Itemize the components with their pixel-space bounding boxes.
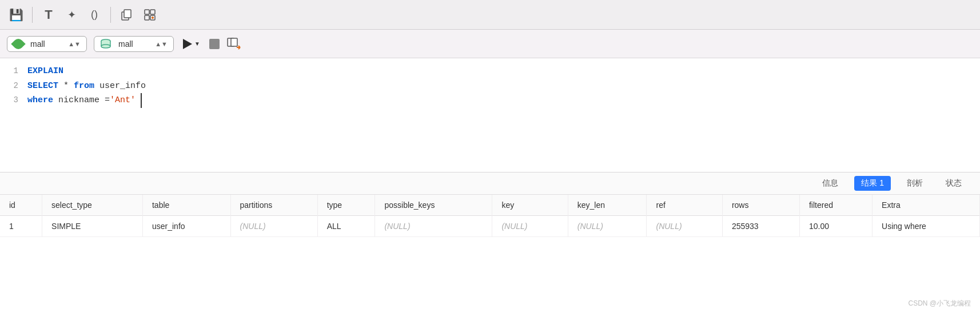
schema-icon xyxy=(11,37,25,51)
col-header-partitions: partitions xyxy=(230,195,317,216)
toolbar-divider-1 xyxy=(32,7,33,23)
keyword-from: from xyxy=(74,79,94,94)
export-button[interactable] xyxy=(226,37,242,51)
col-header-extra: Extra xyxy=(873,195,980,216)
col-header-type: type xyxy=(317,195,375,216)
code-table: user_info xyxy=(94,79,146,94)
keyword-explain: EXPLAIN xyxy=(27,64,63,79)
line-number-2: 2 xyxy=(0,79,27,93)
cell-key: (NULL) xyxy=(492,216,568,237)
string-value: 'Ant' xyxy=(110,93,136,108)
code-line-3: 3 where nickname = 'Ant' xyxy=(0,93,980,108)
col-header-key-len: key_len xyxy=(568,195,647,216)
run-button[interactable]: ▼ xyxy=(181,38,202,50)
db-selector[interactable]: mall ▲▼ xyxy=(94,36,174,52)
cell-extra: Using where xyxy=(873,216,980,237)
save-icon[interactable]: 💾 xyxy=(7,6,25,24)
db-cylinder-icon xyxy=(100,39,111,49)
schema-selector-label: mall xyxy=(27,39,65,49)
line-number-3: 3 xyxy=(0,94,27,107)
cell-key-len: (NULL) xyxy=(568,216,647,237)
col-header-ref: ref xyxy=(647,195,722,216)
copy-icon[interactable] xyxy=(118,6,136,24)
svg-rect-2 xyxy=(145,10,149,14)
cell-id: 1 xyxy=(0,216,42,237)
svg-point-10 xyxy=(101,45,110,48)
export-icon xyxy=(226,37,242,51)
grid-icon[interactable] xyxy=(141,6,159,24)
run-triangle-icon xyxy=(183,39,192,49)
col-header-key: key xyxy=(492,195,568,216)
cell-filtered: 10.00 xyxy=(799,216,872,237)
cursor xyxy=(136,93,142,108)
main-container: 💾 T ✦ () mall ▲▼ xyxy=(0,0,980,313)
code-condition: nickname = xyxy=(53,93,110,108)
watermark: CSDN @小飞龙编程 xyxy=(908,299,971,308)
svg-rect-3 xyxy=(150,10,155,14)
tab-analyze[interactable]: 剖析 xyxy=(900,176,930,191)
cell-type: ALL xyxy=(317,216,375,237)
cell-table: user_info xyxy=(142,216,230,237)
toolbar: 💾 T ✦ () xyxy=(0,0,980,30)
editor-area[interactable]: 1 EXPLAIN 2 SELECT * from user_info 3 wh… xyxy=(0,58,980,172)
code-line-2: 2 SELECT * from user_info xyxy=(0,79,980,94)
schema-selector[interactable]: mall ▲▼ xyxy=(7,36,87,52)
svg-rect-14 xyxy=(231,38,237,46)
col-header-rows: rows xyxy=(722,195,799,216)
col-header-select-type: select_type xyxy=(42,195,143,216)
results-tabs: 信息 结果 1 剖析 状态 xyxy=(0,172,980,195)
parentheses-icon[interactable]: () xyxy=(85,6,103,24)
results-table-wrapper: id select_type table partitions type pos… xyxy=(0,195,980,313)
db-bar: mall ▲▼ mall ▲▼ ▼ xyxy=(0,30,980,58)
cell-select-type: SIMPLE xyxy=(42,216,143,237)
col-header-table: table xyxy=(142,195,230,216)
run-dropdown-icon: ▼ xyxy=(194,41,200,47)
svg-rect-4 xyxy=(145,15,149,20)
tab-info[interactable]: 信息 xyxy=(815,176,845,191)
tab-status[interactable]: 状态 xyxy=(939,176,969,191)
cell-ref: (NULL) xyxy=(647,216,722,237)
svg-rect-1 xyxy=(124,10,131,18)
keyword-select: SELECT xyxy=(27,79,58,94)
results-table: id select_type table partitions type pos… xyxy=(0,195,980,237)
db-selector-arrow: ▲▼ xyxy=(155,41,168,47)
results-panel: 信息 结果 1 剖析 状态 id select_type table parti… xyxy=(0,172,980,313)
stop-button[interactable] xyxy=(209,39,220,49)
schema-selector-arrow: ▲▼ xyxy=(68,41,81,47)
table-row: 1 SIMPLE user_info (NULL) ALL (NULL) (NU… xyxy=(0,216,980,237)
table-header-row: id select_type table partitions type pos… xyxy=(0,195,980,216)
tab-result1[interactable]: 结果 1 xyxy=(854,176,891,191)
text-format-icon[interactable]: T xyxy=(39,6,58,24)
keyword-where: where xyxy=(27,93,53,108)
db-selector-label: mall xyxy=(115,39,152,49)
col-header-filtered: filtered xyxy=(799,195,872,216)
toolbar-divider-2 xyxy=(110,7,111,23)
col-header-possible-keys: possible_keys xyxy=(375,195,492,216)
col-header-id: id xyxy=(0,195,42,216)
magic-icon[interactable]: ✦ xyxy=(62,6,81,24)
code-line-1: 1 EXPLAIN xyxy=(0,64,980,79)
line-number-1: 1 xyxy=(0,65,27,78)
code-star: * xyxy=(58,79,74,94)
cell-possible-keys: (NULL) xyxy=(375,216,492,237)
cell-partitions: (NULL) xyxy=(230,216,317,237)
cell-rows: 255933 xyxy=(722,216,799,237)
